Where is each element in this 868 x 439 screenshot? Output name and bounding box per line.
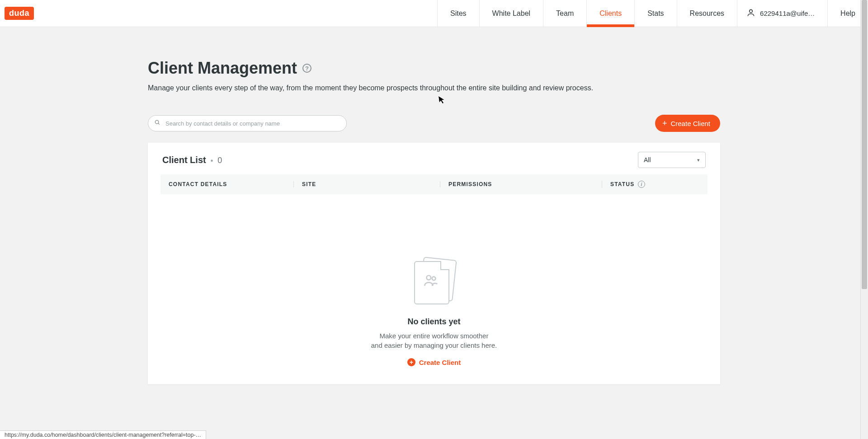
nav-sites[interactable]: Sites	[437, 0, 479, 27]
page-wrap: Client Management ? Manage your clients …	[148, 59, 720, 384]
status-bar-link-preview: https://my.duda.co/home/dashboard/client…	[0, 430, 206, 439]
nav-label: Resources	[690, 9, 724, 18]
nav-user[interactable]: 6229411a@uifee…	[737, 0, 827, 27]
empty-desc: Make your entire workflow smoother and e…	[371, 331, 497, 350]
empty-create-label: Create Client	[419, 359, 461, 366]
page-title: Client Management	[148, 59, 297, 78]
logo[interactable]: duda	[0, 0, 41, 27]
top-nav: duda Sites White Label Team Clients Stat…	[0, 0, 868, 27]
empty-desc-line2: and easier by managing your clients here…	[371, 341, 497, 350]
svg-line-2	[158, 123, 160, 125]
empty-title: No clients yet	[407, 317, 460, 327]
list-count: 0	[217, 156, 222, 165]
empty-create-client-link[interactable]: + Create Client	[407, 358, 461, 366]
nav-white-label[interactable]: White Label	[479, 0, 543, 27]
nav-label: Clients	[599, 9, 622, 18]
search-input[interactable]	[148, 115, 347, 131]
col-permissions: PERMISSIONS	[440, 181, 602, 187]
panel-header: Client List • 0 All ▾	[160, 152, 708, 168]
col-site: SITE	[293, 181, 440, 187]
col-contact-details: CONTACT DETAILS	[169, 181, 293, 187]
create-client-label: Create Client	[670, 120, 710, 127]
svg-point-3	[427, 276, 431, 280]
info-icon[interactable]: i	[638, 181, 645, 188]
create-client-button[interactable]: + Create Client	[655, 115, 720, 132]
nav-resources[interactable]: Resources	[677, 0, 737, 27]
svg-point-4	[432, 277, 436, 280]
people-icon	[423, 272, 439, 290]
list-title-wrap: Client List • 0	[162, 155, 222, 165]
nav-clients[interactable]: Clients	[586, 0, 634, 27]
empty-illustration	[411, 257, 457, 305]
col-status-label: STATUS	[610, 181, 634, 187]
toolbar: + Create Client	[148, 115, 720, 132]
filter-select[interactable]: All ▾	[638, 152, 706, 168]
search-icon	[154, 119, 160, 127]
col-status: STATUS i	[602, 181, 699, 188]
plus-circle-icon: +	[407, 358, 415, 366]
nav-help-label: Help	[840, 9, 855, 18]
filter-selected-label: All	[644, 156, 651, 163]
empty-state: No clients yet Make your entire workflow…	[160, 257, 708, 366]
user-email: 6229411a@uifee…	[760, 9, 818, 17]
vertical-scrollbar[interactable]	[860, 0, 868, 439]
nav-team[interactable]: Team	[543, 0, 586, 27]
page-subtitle: Manage your clients every step of the wa…	[148, 84, 720, 92]
nav-stats[interactable]: Stats	[634, 0, 676, 27]
table-header: CONTACT DETAILS SITE PERMISSIONS STATUS …	[160, 174, 708, 194]
help-icon[interactable]: ?	[302, 64, 311, 73]
main: Client Management ? Manage your clients …	[0, 27, 868, 384]
svg-point-0	[750, 9, 753, 13]
nav-label: Team	[556, 9, 574, 18]
list-title: Client List	[162, 155, 206, 165]
list-dot: •	[211, 157, 213, 165]
plus-icon: +	[662, 119, 667, 127]
search-wrap	[148, 115, 347, 131]
title-row: Client Management ?	[148, 59, 720, 78]
chevron-down-icon: ▾	[697, 157, 700, 163]
empty-desc-line1: Make your entire workflow smoother	[371, 331, 497, 341]
scrollbar-thumb[interactable]	[862, 0, 867, 289]
user-icon	[746, 8, 755, 19]
nav-label: Stats	[647, 9, 664, 18]
nav-label: White Label	[492, 9, 531, 18]
client-list-panel: Client List • 0 All ▾ CONTACT DETAILS SI…	[148, 143, 720, 384]
nav-spacer	[41, 0, 204, 27]
logo-text: duda	[5, 7, 34, 20]
nav-label: Sites	[450, 9, 467, 18]
nav-items: Sites White Label Team Clients Stats Res…	[437, 0, 868, 27]
svg-point-1	[155, 120, 159, 124]
